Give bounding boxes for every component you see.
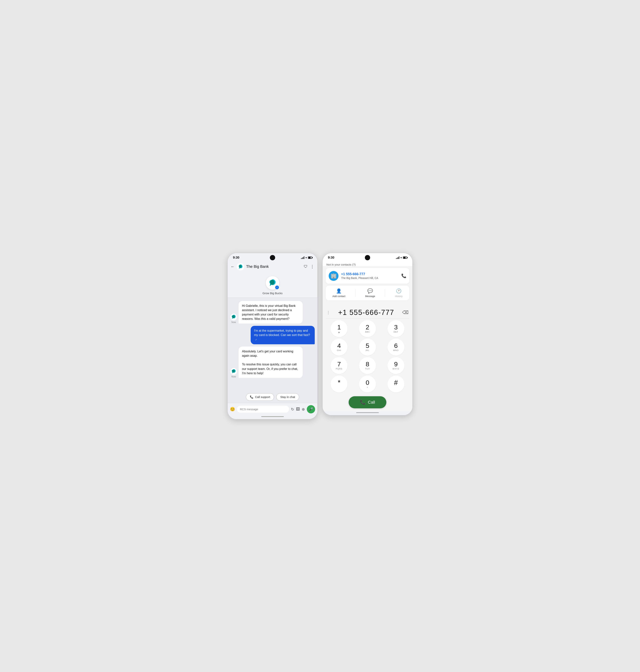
chat-header: ← The Big Bank 🛡 ⋮ — [228, 261, 317, 273]
message-row-1: Now Hi Gabrielle, this is your virtual B… — [230, 301, 315, 324]
sender-avatar-1 — [230, 314, 237, 320]
message-row-3: Now Absolutely. Let's get your card work… — [230, 346, 315, 378]
action-divider-2 — [385, 289, 385, 297]
camera-notch-chat — [270, 255, 275, 260]
back-button[interactable]: ← — [231, 264, 235, 269]
dial-key-0[interactable]: 0 + — [359, 376, 376, 392]
dialer-display: ⋮ +1 555-666-777 ⌫ — [323, 305, 412, 318]
dial-sub-0: + — [367, 386, 368, 389]
battery-icon-chat — [308, 256, 312, 259]
dial-digit-0: 0 — [366, 379, 369, 386]
wifi-icon-chat: ▾ — [305, 256, 307, 259]
dial-sub-9: WXYZ — [393, 368, 399, 370]
caller-number: +1 555-666-777 — [341, 272, 398, 276]
not-in-contacts-label: Not in your contacts (?) — [323, 261, 412, 266]
dial-sub-7: PQRS — [336, 368, 343, 370]
stay-in-chat-button[interactable]: Stay in chat — [276, 393, 299, 401]
status-time-dialer: 9:30 — [328, 256, 334, 259]
add-contact-icon: 👤 — [336, 288, 342, 294]
home-bar-dialer — [323, 411, 412, 415]
add-icon[interactable]: ⊕ — [302, 407, 305, 412]
dial-key-9[interactable]: 9 WXYZ — [388, 357, 404, 374]
add-contact-label: Add contact — [332, 295, 346, 298]
message-label: Message — [365, 295, 375, 298]
battery-icon-dialer — [403, 256, 407, 259]
chat-messages: Now Hi Gabrielle, this is your virtual B… — [228, 298, 317, 392]
status-bar-dialer: 9:30 ▾ — [323, 253, 412, 261]
dialer-number: +1 555-666-777 — [332, 309, 400, 317]
call-icon[interactable]: 📞 — [401, 273, 406, 278]
call-btn-icon: 📞 — [360, 400, 366, 405]
home-bar-chat — [228, 415, 317, 419]
mic-button[interactable]: 🎤 — [307, 405, 315, 414]
dial-key-4[interactable]: 4 GHI — [331, 339, 348, 356]
bubble-2: I'm at the supermarket, trying to pay an… — [251, 326, 315, 344]
action-bar: 👤 Add contact 💬 Message 🕐 History — [326, 286, 409, 300]
dial-sub-6: MNO — [393, 349, 398, 352]
verified-badge: ✓ — [275, 285, 279, 289]
message-icon: 💬 — [367, 288, 373, 294]
add-contact-action[interactable]: 👤 Add contact — [332, 288, 346, 298]
header-icons: 🛡 ⋮ — [304, 264, 314, 269]
message-action[interactable]: 💬 Message — [365, 288, 375, 298]
message-row-2: I'm at the supermarket, trying to pay an… — [230, 326, 315, 344]
caller-card: 🏢 +1 555-666-777 The Big Bank, Pleasant … — [326, 268, 409, 284]
call-support-button[interactable]: 📞 Call support — [246, 393, 274, 401]
dial-sub-1: ⁕ — [338, 331, 340, 333]
quick-replies: 📞 Call support Stay in chat — [228, 392, 317, 403]
caller-name: The Big Bank, Pleasant Hill, CA — [341, 277, 398, 280]
message-timestamp-1: Now — [231, 321, 236, 324]
dial-key-star[interactable]: * — [331, 376, 348, 392]
call-button[interactable]: 📞 Call — [349, 396, 386, 408]
dial-sub-5: JKL — [365, 349, 369, 352]
call-btn-row: 📞 Call — [323, 394, 412, 411]
dial-key-5[interactable]: 5 JKL — [359, 339, 376, 356]
app-icon — [237, 263, 244, 270]
dialer-more-icon[interactable]: ⋮ — [326, 310, 330, 315]
sender-avatar-3 — [230, 368, 237, 375]
signal-icon-chat — [301, 256, 304, 259]
history-action[interactable]: 🕐 History — [395, 288, 402, 298]
more-options-icon[interactable]: ⋮ — [310, 264, 314, 269]
dial-digit-star: * — [338, 379, 340, 387]
bubble-1: Hi Gabrielle, this is your virtual Big B… — [238, 301, 303, 324]
contact-name: Grow Big Bucks — [263, 292, 283, 295]
contact-avatar: ✓ — [266, 276, 279, 290]
status-bar-chat: 9:30 ▾ — [228, 253, 317, 261]
caller-icon: 🏢 — [329, 271, 338, 281]
dial-key-2[interactable]: 2 ABC — [359, 320, 376, 337]
refresh-icon[interactable]: ↻ — [291, 407, 294, 412]
image-icon[interactable]: 🖼 — [296, 407, 300, 411]
dial-key-3[interactable]: 3 DEF — [388, 320, 404, 337]
dial-key-1[interactable]: 1 ⁕ — [331, 320, 348, 337]
dialer-spacer — [323, 300, 412, 305]
action-divider-1 — [355, 289, 355, 297]
dial-digit-3: 3 — [394, 324, 398, 331]
dial-sub-3: DEF — [393, 331, 398, 333]
dial-key-7[interactable]: 7 PQRS — [331, 357, 348, 374]
dial-digit-7: 7 — [337, 361, 341, 368]
message-timestamp-3: Now — [231, 375, 236, 378]
dial-digit-1: 1 — [337, 324, 341, 331]
shield-icon[interactable]: 🛡 — [304, 265, 308, 269]
read-checkmark: ✓ — [255, 338, 257, 341]
message-col-2: I'm at the supermarket, trying to pay an… — [251, 326, 315, 344]
dial-key-8[interactable]: 8 TUV — [359, 357, 376, 374]
dial-digit-4: 4 — [337, 342, 341, 349]
dial-digit-5: 5 — [366, 342, 369, 349]
dial-sub-4: GHI — [337, 349, 341, 352]
history-icon: 🕐 — [396, 288, 402, 294]
message-col-1: Hi Gabrielle, this is your virtual Big B… — [238, 301, 303, 324]
status-icons-dialer: ▾ — [396, 256, 407, 259]
dial-digit-2: 2 — [366, 324, 369, 331]
dial-key-hash[interactable]: # — [388, 376, 404, 392]
call-btn-label: Call — [368, 400, 375, 405]
message-input[interactable] — [237, 406, 289, 413]
bubble-3: Absolutely. Let's get your card working … — [238, 346, 303, 378]
dial-sub-8: TUV — [365, 368, 370, 370]
chat-phone: 9:30 ▾ ← — [227, 253, 318, 419]
delete-button[interactable]: ⌫ — [402, 310, 409, 315]
emoji-button[interactable]: 😊 — [230, 407, 235, 412]
dial-key-6[interactable]: 6 MNO — [388, 339, 404, 356]
dialer-phone: 9:30 ▾ Not in your contacts (?) — [322, 253, 413, 416]
